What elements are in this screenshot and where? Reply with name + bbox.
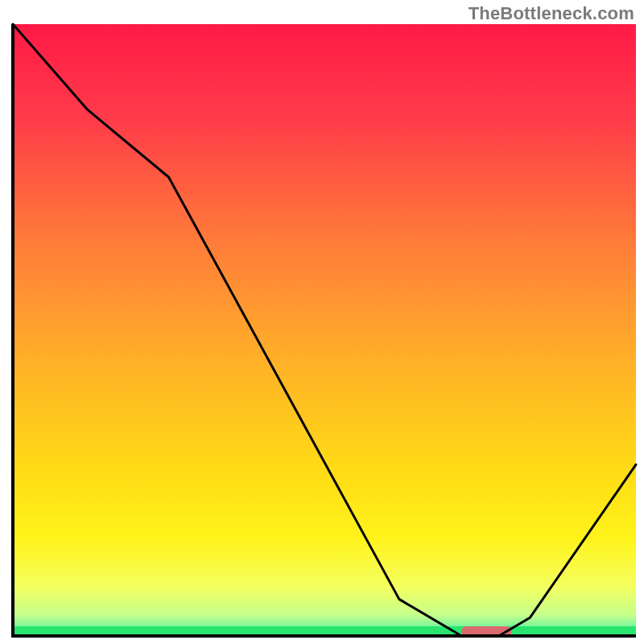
chart-svg: [0, 0, 644, 644]
chart-container: TheBottleneck.com: [0, 0, 644, 644]
plot-background: [13, 24, 636, 636]
